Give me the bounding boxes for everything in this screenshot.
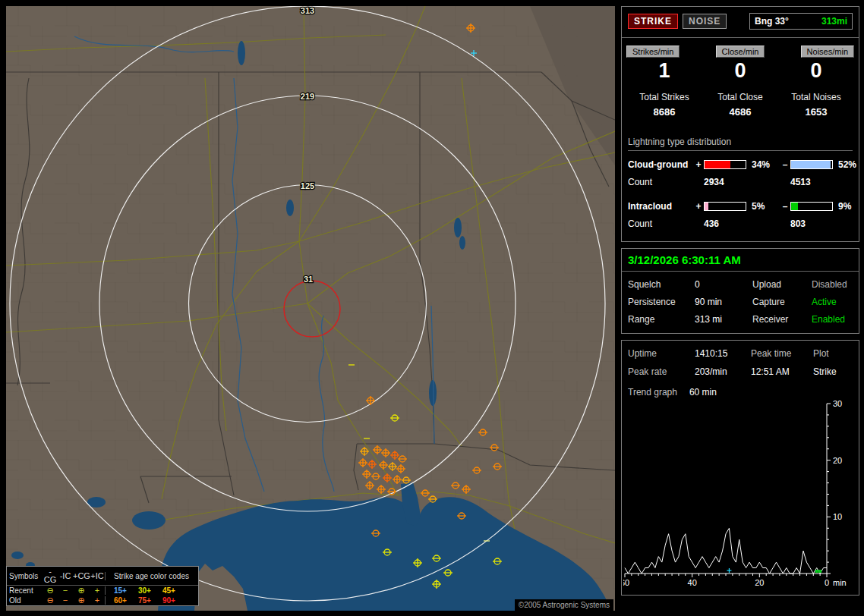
legend-age-header: Strike age color codes: [111, 572, 196, 580]
cloud-ground-label: Cloud-ground: [628, 159, 693, 170]
noises-per-min-badge: Noises/min: [801, 46, 854, 58]
cloud-ground-row: Cloud-ground + 34% – 52%: [628, 159, 853, 170]
x-tick-label: 0: [825, 578, 829, 587]
ic-positive-count: 436: [704, 218, 748, 229]
status-box: 3/12/2026 6:30:11 AM Squelch 0 Upload Di…: [621, 248, 859, 334]
peak-time-value: 12:51 AM: [751, 366, 813, 377]
nic-recent-icon: −: [58, 586, 73, 595]
legend-col-pic: +IC: [90, 572, 105, 580]
pcg-recent-icon: ⊕: [73, 586, 90, 595]
ring-label-219: 219: [301, 92, 314, 101]
ic-count-label: Count: [628, 218, 693, 229]
close-per-min-value: 0: [702, 59, 778, 83]
side-panel: STRIKE NOISE Bng 33° 313mi Strikes/min C…: [621, 6, 859, 602]
x-tick-label: 40: [688, 578, 697, 587]
stats-box: STRIKE NOISE Bng 33° 313mi Strikes/min C…: [621, 6, 859, 242]
strikes-per-min-value: 1: [626, 59, 702, 83]
legend-old-label: Old: [9, 596, 43, 605]
cg-positive-pct: 34%: [748, 159, 780, 170]
cg-negative-count: 4513: [790, 177, 834, 187]
minus-sign: –: [780, 159, 790, 170]
pcg-old-icon: ⊕: [73, 596, 90, 605]
receiver-value: Enabled: [812, 314, 853, 325]
legend-symbols-header: Symbols: [9, 572, 43, 580]
trend-graph-value: 60 min: [689, 387, 717, 398]
range-value: 313 mi: [695, 314, 752, 325]
pic-old-icon: +: [90, 596, 105, 605]
x-tick-label: 60: [623, 578, 629, 587]
x-tick-label: 20: [755, 578, 764, 587]
plus-sign: +: [693, 201, 704, 212]
map-legend: Symbols -CG -IC +CG +IC Strike age color…: [6, 566, 199, 606]
map-panel: 313 219 125 31 Symbols -CG -IC +CG +IC S…: [6, 6, 615, 611]
trend-graph-label: Trend graph: [628, 387, 677, 398]
trend-marker-icon: [818, 570, 821, 573]
range-label: Range: [628, 314, 695, 325]
y-tick-label: 30: [833, 401, 842, 408]
plot-label: Plot: [813, 348, 853, 359]
nic-old-icon: −: [58, 596, 73, 605]
age-15: 15+: [114, 586, 138, 595]
age-45: 45+: [162, 586, 187, 595]
minus-sign: –: [780, 201, 790, 212]
app-window: 313 219 125 31 Symbols -CG -IC +CG +IC S…: [0, 0, 864, 616]
legend-col-pcg: +CG: [73, 572, 90, 580]
age-30: 30+: [138, 586, 162, 595]
total-noises-label: Total Noises: [778, 92, 854, 102]
rate-badges-row: Strikes/min Close/min Noises/min: [622, 38, 859, 58]
capture-label: Capture: [752, 297, 812, 307]
legend-recent-label: Recent: [9, 586, 43, 595]
upload-label: Upload: [752, 279, 812, 290]
plus-sign: +: [693, 159, 704, 170]
uptime-value: 1410:15: [695, 348, 751, 359]
cg-negative-bar: [790, 160, 833, 169]
ic-positive-pct: 5%: [748, 201, 780, 212]
cloud-ground-counts: Count 2934 4513: [628, 177, 853, 189]
cg-positive-bar: [704, 160, 746, 169]
peak-time-label: Peak time: [751, 348, 813, 359]
ic-negative-bar: [790, 202, 833, 211]
total-strikes-value: 8686: [626, 106, 702, 118]
intracloud-row: Intracloud + 5% – 9%: [628, 201, 853, 212]
total-noises-value: 1653: [778, 106, 854, 118]
age-75: 75+: [138, 596, 162, 605]
bearing-range-box: Bng 33° 313mi: [749, 13, 853, 30]
ic-positive-bar: [704, 202, 746, 211]
lightning-map: 313 219 125 31: [6, 6, 615, 611]
copyright-text: ©2005 Astrogenic Systems: [515, 599, 613, 611]
ring-label-31: 31: [304, 275, 313, 284]
bearing-range-value: 313mi: [821, 16, 847, 27]
y-tick-label: 20: [833, 456, 842, 465]
receiver-label: Receiver: [752, 314, 812, 325]
strikes-per-min-badge: Strikes/min: [626, 46, 680, 58]
y-tick-label: 10: [833, 512, 842, 521]
age-60: 60+: [114, 596, 138, 605]
legend-col-nic: -IC: [58, 572, 73, 580]
ic-negative-count: 803: [790, 218, 834, 229]
persistence-label: Persistence: [628, 297, 695, 307]
ncg-recent-icon: ⊖: [43, 586, 58, 595]
x-axis-unit: min: [833, 578, 847, 587]
squelch-label: Squelch: [628, 279, 695, 290]
close-per-min-badge: Close/min: [716, 46, 765, 58]
noises-per-min-value: 0: [778, 59, 854, 83]
intracloud-label: Intracloud: [628, 201, 693, 212]
peak-rate-value: 203/min: [695, 366, 751, 377]
trend-line: [625, 528, 827, 574]
distribution-title: Lightning type distribution: [628, 137, 853, 151]
ic-negative-pct: 9%: [834, 201, 853, 212]
age-90: 90+: [162, 596, 187, 605]
trend-graph-row: Trend graph 60 min: [622, 377, 859, 398]
total-strikes-label: Total Strikes: [626, 92, 702, 102]
bearing-label: Bng 33°: [755, 16, 789, 27]
strike-indicator-button[interactable]: STRIKE: [628, 14, 678, 29]
upload-value: Disabled: [812, 279, 853, 290]
noise-indicator-button[interactable]: NOISE: [683, 14, 727, 29]
pic-recent-icon: +: [90, 586, 105, 595]
uptime-label: Uptime: [628, 348, 695, 359]
total-close-label: Total Close: [702, 92, 778, 102]
datetime-display: 3/12/2026 6:30:11 AM: [622, 249, 859, 272]
ring-label-125: 125: [301, 181, 314, 190]
intracloud-counts: Count 436 803: [628, 218, 853, 231]
squelch-value: 0: [695, 279, 752, 290]
